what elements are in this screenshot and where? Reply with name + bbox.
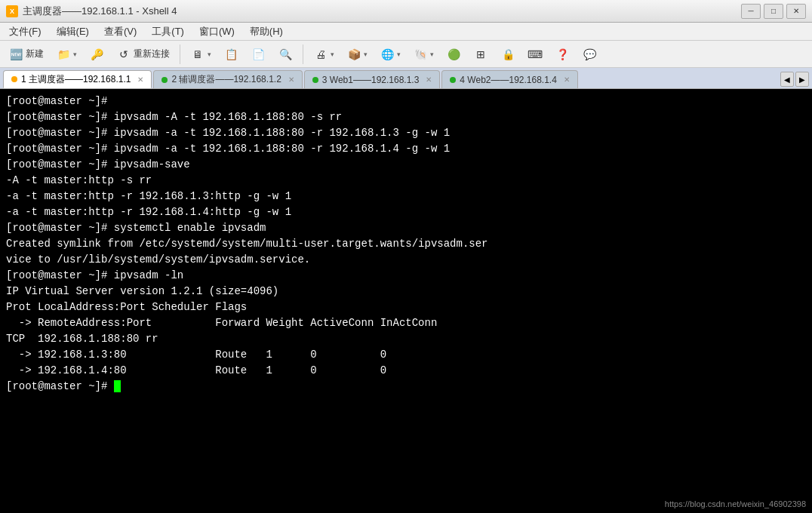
terminal-line: [root@master ~]# ipvsadm -A -t 192.168.1… (6, 109, 806, 125)
tab-label: 4 Web2——192.168.1.4 (460, 75, 557, 85)
maximize-button[interactable]: □ (764, 4, 783, 19)
tab-status-dot (312, 77, 318, 83)
tabs-scroll-controls: ◀▶ (780, 72, 809, 88)
tab-close-button[interactable]: ✕ (137, 75, 143, 84)
terminal-line: Prot LocalAddress:Port Scheduler Flags (6, 300, 806, 315)
reconnect-icon: ↺ (116, 47, 131, 62)
terminal-line: [root@master ~]# systemctl enable ipvsad… (6, 220, 806, 236)
s-button[interactable]: 🟢 (441, 44, 466, 65)
tab-4[interactable]: 4 Web2——192.168.1.4✕ (441, 70, 578, 88)
screen-icon: 🖥 (190, 47, 205, 62)
terminal-cursor (114, 380, 121, 392)
terminal-line: vice to /usr/lib/systemd/system/ipvsadm.… (6, 252, 806, 268)
tabs-bar: 1 主调度器——192.168.1.1✕2 辅调度器——192.168.1.2✕… (0, 68, 812, 89)
folder-button[interactable]: 📁 ▾ (51, 44, 82, 65)
terminal-line: [root@master ~]# (6, 94, 806, 109)
help-button[interactable]: ❓ (549, 44, 575, 65)
menu-bar: 文件(F)编辑(E)查看(V)工具(T)窗口(W)帮助(H) (0, 23, 812, 41)
shell-icon: 🐚 (413, 47, 428, 62)
terminal-line: [root@master ~]# ipvsadm -a -t 192.168.1… (6, 141, 806, 157)
minimize-button[interactable]: ─ (741, 4, 761, 19)
terminal-line: -A -t master:http -s rr (6, 173, 806, 189)
copy-button[interactable]: 📋 (218, 44, 244, 65)
transfer-button[interactable]: 📦 ▾ (341, 44, 373, 65)
tab-status-dot (450, 77, 456, 83)
terminal-line: -a -t master:http -r 192.168.1.3:http -g… (6, 189, 806, 204)
separator-1 (180, 45, 180, 64)
reconnect-label: 重新连接 (134, 48, 170, 60)
menu-item-T[interactable]: 工具(T) (146, 23, 190, 40)
terminal-line: [root@master ~]# ipvsadm -ln (6, 268, 806, 284)
lock-button[interactable]: 🔒 (495, 44, 521, 65)
grid-button[interactable]: ⊞ (468, 44, 494, 65)
terminal-line: -> 192.168.1.3:80 Route 1 0 0 (6, 347, 806, 363)
watermark: https://blog.csdn.net/weixin_46902398 (665, 498, 806, 511)
terminal-line: [root@master ~]# ipvsadm-save (6, 157, 806, 173)
tab-1[interactable]: 1 主调度器——192.168.1.1✕ (3, 70, 152, 88)
close-button[interactable]: ✕ (786, 4, 806, 19)
key-button[interactable]: 🔑 (84, 44, 109, 65)
terminal-line: [root@master ~]# ipvsadm -a -t 192.168.1… (6, 125, 806, 141)
toolbar: 🆕 新建 📁 ▾ 🔑 ↺ 重新连接 🖥 ▾ 📋 📄 🔍 🖨 ▾ 📦 ▾ 🌐 ▾ … (0, 41, 812, 68)
title-bar: X 主调度器——192.168.1.1 - Xshell 4 ─ □ ✕ (0, 0, 812, 23)
terminal-line: IP Virtual Server version 1.2.1 (size=40… (6, 284, 806, 300)
tab-close-button[interactable]: ✕ (564, 75, 570, 84)
search-button[interactable]: 🔍 (272, 44, 298, 65)
tab-3[interactable]: 3 Web1——192.168.1.3✕ (304, 70, 441, 88)
terminal-line: Created symlink from /etc/systemd/system… (6, 236, 806, 252)
globe-icon: 🌐 (380, 47, 395, 62)
print-dropdown-icon: ▾ (331, 51, 334, 58)
folder-icon: 📁 (56, 47, 71, 62)
terminal-line: -> 192.168.1.4:80 Route 1 0 0 (6, 363, 806, 379)
terminal[interactable]: [root@master ~]#[root@master ~]# ipvsadm… (0, 89, 812, 513)
chat-icon: 💬 (582, 47, 597, 62)
print-icon: 🖨 (313, 47, 328, 62)
search-icon: 🔍 (278, 47, 293, 62)
transfer-icon: 📦 (346, 47, 361, 62)
terminal-line: -a -t master:http -r 192.168.1.4:http -g… (6, 204, 806, 220)
globe-button[interactable]: 🌐 ▾ (374, 44, 406, 65)
print-button[interactable]: 🖨 ▾ (308, 44, 340, 65)
help-icon: ❓ (555, 47, 570, 62)
menu-item-H[interactable]: 帮助(H) (244, 23, 289, 40)
terminal-line: [root@master ~]# (6, 379, 806, 395)
reconnect-button[interactable]: ↺ 重新连接 (111, 44, 175, 65)
transfer-dropdown-icon: ▾ (364, 51, 368, 58)
lock-icon: 🔒 (500, 47, 515, 62)
terminal-line: -> RemoteAddress:Port Forward Weight Act… (6, 315, 806, 331)
screen-button[interactable]: 🖥 ▾ (185, 44, 217, 65)
menu-item-V[interactable]: 查看(V) (98, 23, 143, 40)
window-title: 主调度器——192.168.1.1 - Xshell 4 (23, 5, 741, 18)
s-icon: 🟢 (446, 47, 461, 62)
app-icon: X (6, 5, 18, 17)
tab-label: 1 主调度器——192.168.1.1 (21, 73, 131, 86)
new-button[interactable]: 🆕 新建 (3, 44, 49, 65)
tab-status-dot (161, 77, 168, 83)
menu-item-F[interactable]: 文件(F) (3, 23, 48, 40)
key-icon: 🔑 (89, 47, 104, 62)
folder-dropdown-icon: ▾ (73, 51, 77, 58)
tab-status-dot (11, 76, 17, 82)
shell-button[interactable]: 🐚 ▾ (408, 44, 439, 65)
menu-item-E[interactable]: 编辑(E) (51, 23, 95, 40)
shell-dropdown-icon: ▾ (430, 51, 434, 58)
terminal-line: TCP 192.168.1.188:80 rr (6, 331, 806, 347)
menu-item-W[interactable]: 窗口(W) (193, 23, 241, 40)
tab-label: 2 辅调度器——192.168.1.2 (171, 73, 281, 86)
tabs-scroll-right[interactable]: ▶ (795, 72, 809, 87)
chat-button[interactable]: 💬 (577, 44, 602, 65)
tab-close-button[interactable]: ✕ (426, 75, 432, 84)
grid-icon: ⊞ (473, 47, 488, 62)
tabs-scroll-left[interactable]: ◀ (780, 72, 794, 87)
paste-button[interactable]: 📄 (245, 44, 271, 65)
tab-2[interactable]: 2 辅调度器——192.168.1.2✕ (153, 70, 302, 88)
tab-label: 3 Web1——192.168.1.3 (322, 75, 420, 85)
screen-dropdown-icon: ▾ (208, 51, 211, 58)
globe-dropdown-icon: ▾ (397, 51, 401, 58)
tab-close-button[interactable]: ✕ (288, 75, 294, 84)
new-label: 新建 (26, 48, 44, 60)
keyboard-button[interactable]: ⌨ (522, 44, 548, 65)
new-icon: 🆕 (8, 47, 23, 62)
paste-icon: 📄 (251, 47, 266, 62)
window-controls: ─ □ ✕ (741, 4, 806, 19)
